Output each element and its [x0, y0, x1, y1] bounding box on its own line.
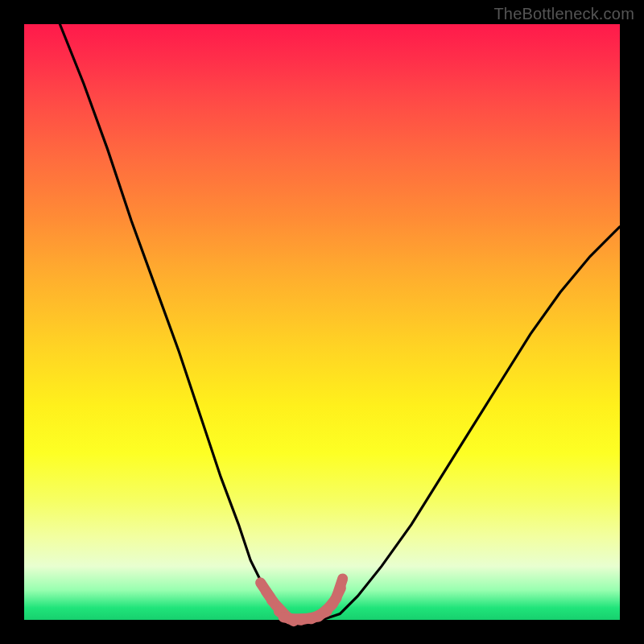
chart-frame: TheBottleneck.com — [0, 0, 644, 644]
trough-marker — [337, 579, 343, 596]
curve-svg — [24, 24, 620, 620]
bottleneck-curve — [60, 24, 620, 620]
plot-area — [24, 24, 620, 620]
watermark-text: TheBottleneck.com — [493, 5, 634, 23]
trough-markers — [261, 579, 343, 621]
